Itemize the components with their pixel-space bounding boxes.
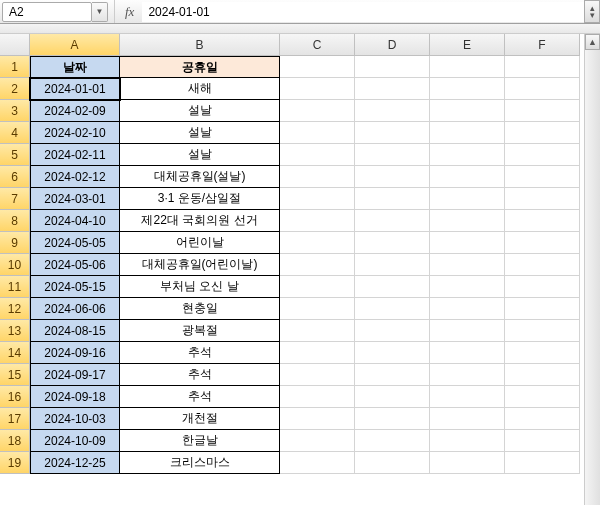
cell[interactable] [280, 452, 355, 474]
cell[interactable] [505, 188, 580, 210]
cell[interactable]: 2024-03-01 [30, 188, 120, 210]
cell[interactable] [280, 144, 355, 166]
cell[interactable] [355, 144, 430, 166]
cell[interactable]: 2024-05-05 [30, 232, 120, 254]
cell[interactable]: 2024-04-10 [30, 210, 120, 232]
cell[interactable] [505, 254, 580, 276]
cell[interactable] [430, 56, 505, 78]
cell[interactable]: 2024-05-15 [30, 276, 120, 298]
column-header-d[interactable]: D [355, 34, 430, 56]
row-header[interactable]: 18 [0, 430, 30, 452]
cell[interactable]: 제22대 국회의원 선거 [120, 210, 280, 232]
cell[interactable]: 2024-10-09 [30, 430, 120, 452]
cell[interactable] [355, 254, 430, 276]
cell[interactable] [430, 78, 505, 100]
cell[interactable] [355, 408, 430, 430]
cell[interactable] [505, 56, 580, 78]
cell[interactable]: 날짜 [30, 56, 120, 78]
cell[interactable]: 2024-02-10 [30, 122, 120, 144]
cell[interactable]: 2024-02-11 [30, 144, 120, 166]
cell[interactable] [430, 166, 505, 188]
column-header-e[interactable]: E [430, 34, 505, 56]
cell[interactable]: 2024-09-16 [30, 342, 120, 364]
cell[interactable]: 2024-02-09 [30, 100, 120, 122]
cell[interactable] [430, 320, 505, 342]
cell[interactable] [355, 100, 430, 122]
cell[interactable]: 현충일 [120, 298, 280, 320]
cell[interactable]: 설날 [120, 100, 280, 122]
cell[interactable] [430, 100, 505, 122]
cell[interactable] [355, 210, 430, 232]
row-header[interactable]: 19 [0, 452, 30, 474]
cell[interactable] [280, 122, 355, 144]
cell[interactable] [355, 386, 430, 408]
cell[interactable] [280, 166, 355, 188]
cell[interactable]: 크리스마스 [120, 452, 280, 474]
row-header[interactable]: 1 [0, 56, 30, 78]
cell[interactable] [355, 452, 430, 474]
row-header[interactable]: 9 [0, 232, 30, 254]
cell[interactable] [430, 232, 505, 254]
cell[interactable] [505, 408, 580, 430]
cell[interactable] [280, 430, 355, 452]
cell[interactable] [505, 144, 580, 166]
cell[interactable]: 설날 [120, 122, 280, 144]
cell[interactable] [280, 386, 355, 408]
row-header[interactable]: 3 [0, 100, 30, 122]
spreadsheet-grid[interactable]: ABCDEF1날짜공휴일22024-01-01새해32024-02-09설날42… [0, 34, 600, 474]
cell[interactable]: 설날 [120, 144, 280, 166]
cell[interactable] [430, 254, 505, 276]
row-header[interactable]: 15 [0, 364, 30, 386]
row-header[interactable]: 6 [0, 166, 30, 188]
row-header[interactable]: 8 [0, 210, 30, 232]
column-header-a[interactable]: A [30, 34, 120, 56]
cell[interactable] [505, 320, 580, 342]
cell[interactable] [430, 430, 505, 452]
cell[interactable] [430, 452, 505, 474]
cell[interactable] [280, 56, 355, 78]
name-box[interactable] [2, 2, 92, 22]
row-header[interactable]: 4 [0, 122, 30, 144]
cell[interactable] [355, 298, 430, 320]
cell[interactable]: 개천절 [120, 408, 280, 430]
cell[interactable] [505, 452, 580, 474]
cell[interactable]: 2024-08-15 [30, 320, 120, 342]
cell[interactable] [430, 122, 505, 144]
cell[interactable] [505, 78, 580, 100]
cell[interactable] [355, 166, 430, 188]
cell[interactable]: 추석 [120, 386, 280, 408]
cell[interactable]: 대체공휴일(설날) [120, 166, 280, 188]
cell[interactable]: 2024-10-03 [30, 408, 120, 430]
cell[interactable] [280, 364, 355, 386]
select-all-corner[interactable] [0, 34, 30, 56]
cell[interactable]: 대체공휴일(어린이날) [120, 254, 280, 276]
cell[interactable]: 부처님 오신 날 [120, 276, 280, 298]
column-header-c[interactable]: C [280, 34, 355, 56]
scroll-up-button[interactable]: ▲ [585, 34, 600, 50]
cell[interactable] [355, 320, 430, 342]
cell[interactable]: 3·1 운동/삼일절 [120, 188, 280, 210]
cell[interactable] [355, 342, 430, 364]
cell[interactable] [505, 342, 580, 364]
cell[interactable]: 2024-09-18 [30, 386, 120, 408]
cell[interactable]: 공휴일 [120, 56, 280, 78]
cell[interactable] [430, 408, 505, 430]
formula-expand-button[interactable]: ▴ ▾ [584, 0, 600, 23]
row-header[interactable]: 12 [0, 298, 30, 320]
cell[interactable] [280, 100, 355, 122]
cell[interactable] [505, 122, 580, 144]
cell[interactable]: 2024-05-06 [30, 254, 120, 276]
cell[interactable] [280, 232, 355, 254]
cell[interactable] [355, 430, 430, 452]
cell[interactable] [505, 210, 580, 232]
cell[interactable] [355, 78, 430, 100]
cell[interactable] [280, 408, 355, 430]
insert-function-button[interactable]: fx [115, 4, 142, 20]
cell[interactable] [355, 364, 430, 386]
cell[interactable] [505, 386, 580, 408]
cell[interactable]: 새해 [120, 78, 280, 100]
cell[interactable]: 추석 [120, 364, 280, 386]
cell[interactable] [505, 276, 580, 298]
column-header-b[interactable]: B [120, 34, 280, 56]
cell[interactable]: 한글날 [120, 430, 280, 452]
